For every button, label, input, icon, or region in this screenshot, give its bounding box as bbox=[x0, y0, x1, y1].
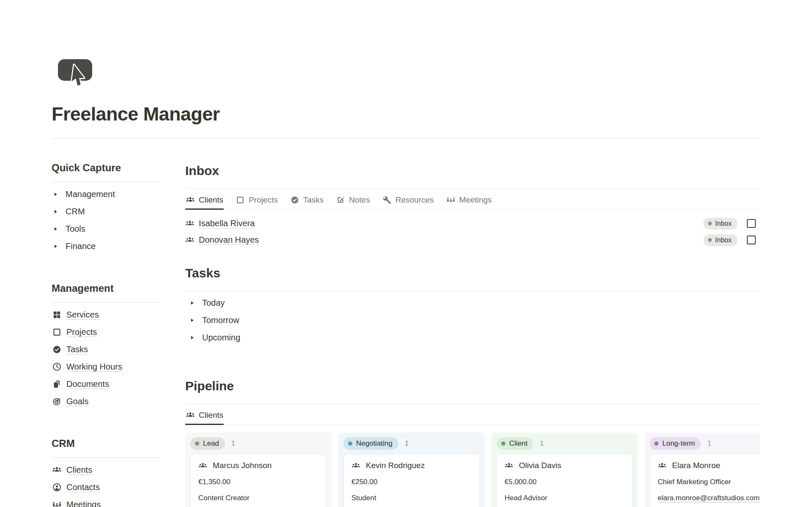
sidebar-item[interactable]: Services bbox=[52, 306, 161, 323]
inbox-tab[interactable]: Tasks bbox=[290, 189, 324, 210]
sidebar-item-label: Goals bbox=[66, 397, 88, 406]
client-name-link[interactable]: Isabella Rivera bbox=[199, 219, 255, 228]
pipeline-card[interactable]: Kevin Rodriguez €250.00Student bbox=[343, 454, 480, 507]
goals-target-icon bbox=[52, 397, 62, 406]
services-grid-icon bbox=[52, 310, 62, 320]
tab-label: Notes bbox=[349, 195, 370, 205]
inbox-list-row[interactable]: Donovan Hayes Inbox bbox=[185, 232, 760, 248]
sidebar-item[interactable]: Projects bbox=[52, 323, 161, 341]
triangle-right-icon bbox=[53, 209, 58, 214]
sidebar-item[interactable]: Management bbox=[52, 186, 161, 203]
triangle-right-icon bbox=[189, 318, 195, 323]
sidebar-item-label: Documents bbox=[66, 379, 109, 389]
tasks-heading: Tasks bbox=[185, 266, 760, 281]
sidebar-item[interactable]: Goals bbox=[52, 393, 161, 410]
pipeline-heading: Pipeline bbox=[185, 378, 760, 394]
sidebar-item[interactable]: Tools bbox=[52, 220, 161, 238]
column-status-pill: Client bbox=[497, 437, 533, 450]
task-groups: Today Tomorrow Upcoming bbox=[185, 291, 760, 346]
inbox-rows: Isabella Rivera Inbox Donovan Hayes bbox=[185, 210, 760, 248]
card-fields: €1,350.00Content Creator bbox=[198, 477, 318, 503]
triangle-right-icon bbox=[53, 192, 58, 197]
inbox-heading: Inbox bbox=[185, 163, 760, 178]
pipeline-card[interactable]: Marcus Johnson €1,350.00Content Creator bbox=[190, 454, 326, 507]
status-tag: Inbox bbox=[703, 234, 738, 246]
column-status-label: Lead bbox=[203, 439, 219, 448]
status-dot-icon bbox=[501, 441, 505, 446]
task-group-toggle[interactable]: Tomorrow bbox=[185, 312, 760, 329]
column-status-label: Long-term bbox=[662, 439, 695, 448]
sidebar-item-label: CRM bbox=[66, 207, 85, 217]
row-checkbox[interactable] bbox=[747, 236, 756, 244]
card-field: €250.00 bbox=[351, 477, 472, 487]
pipeline-board: Lead 1 Marcus Johnson €1,350.00Conte bbox=[185, 433, 760, 507]
card-field: Student bbox=[351, 493, 472, 503]
page-content: Quick Capture Management CRM Tools bbox=[0, 139, 812, 507]
contact-icon bbox=[52, 482, 62, 492]
sidebar-section: Quick Capture Management CRM Tools bbox=[52, 162, 161, 255]
task-group-label: Today bbox=[202, 298, 225, 308]
inbox-tab[interactable]: Notes bbox=[335, 189, 370, 210]
column-count: 1 bbox=[405, 439, 409, 448]
sidebar-item-label: Projects bbox=[66, 327, 97, 337]
inbox-tab[interactable]: Meetings bbox=[446, 189, 492, 210]
pipeline-column-header: Lead 1 bbox=[190, 437, 326, 450]
card-field[interactable]: elara.monroe@craftstudios.com bbox=[658, 493, 760, 503]
sidebar-section-divider bbox=[52, 182, 161, 182]
tab-label: Meetings bbox=[459, 195, 492, 205]
sidebar-item[interactable]: Documents bbox=[52, 375, 161, 393]
inbox-section: Inbox Clients Projects Tasks Notes bbox=[185, 163, 760, 248]
card-field: Head Advisor bbox=[505, 493, 625, 503]
inbox-tab[interactable]: Projects bbox=[235, 189, 278, 210]
status-dot-icon bbox=[654, 441, 658, 446]
sidebar-item[interactable]: CRM bbox=[52, 203, 161, 220]
sidebar-item-label: Contacts bbox=[66, 482, 100, 492]
check-circle-icon bbox=[290, 195, 299, 205]
column-count: 1 bbox=[540, 439, 543, 448]
check-circle-icon bbox=[52, 345, 62, 354]
sidebar-item[interactable]: Clients bbox=[52, 461, 161, 479]
task-group-toggle[interactable]: Today bbox=[185, 294, 760, 312]
pipeline-tab[interactable]: Clients bbox=[185, 404, 224, 425]
task-group-toggle[interactable]: Upcoming bbox=[185, 329, 760, 346]
sidebar-section-divider bbox=[52, 458, 161, 458]
main-content: Inbox Clients Projects Tasks Notes bbox=[185, 139, 760, 507]
sidebar: Quick Capture Management CRM Tools bbox=[52, 139, 161, 507]
page-title: Freelance Manager bbox=[52, 103, 812, 125]
pipeline-column-header: Negotiating 1 bbox=[343, 437, 480, 450]
sidebar-item[interactable]: Working Hours bbox=[52, 358, 161, 375]
inbox-list-row[interactable]: Isabella Rivera Inbox bbox=[185, 215, 760, 232]
sidebar-section-heading: Management bbox=[52, 282, 161, 295]
tab-label: Resources bbox=[395, 195, 434, 205]
people-icon bbox=[52, 465, 62, 475]
inbox-tab[interactable]: Clients bbox=[185, 189, 224, 210]
sidebar-item[interactable]: Tasks bbox=[52, 341, 161, 358]
pipeline-tabs: Clients bbox=[185, 404, 760, 425]
pipeline-card[interactable]: Elara Monroe Chief Marketing Officerelar… bbox=[650, 454, 760, 507]
pipeline-card[interactable]: Olivia Davis €5,000.00Head Advisor bbox=[497, 454, 633, 507]
sidebar-item[interactable]: Meetings bbox=[52, 496, 161, 507]
card-fields: Chief Marketing Officerelara.monroe@craf… bbox=[658, 477, 760, 503]
people-icon bbox=[185, 219, 195, 228]
sidebar-section-heading: Quick Capture bbox=[52, 162, 161, 174]
sidebar-item-label: Working Hours bbox=[66, 362, 122, 372]
inbox-tab[interactable]: Resources bbox=[382, 189, 434, 210]
sidebar-item[interactable]: Contacts bbox=[52, 479, 161, 496]
card-title-row[interactable]: Olivia Davis bbox=[505, 460, 625, 471]
card-client-name[interactable]: Elara Monroe bbox=[672, 460, 720, 471]
cursor-click-icon[interactable] bbox=[57, 58, 94, 92]
card-client-name[interactable]: Kevin Rodriguez bbox=[366, 460, 425, 471]
people-icon bbox=[505, 461, 513, 470]
triangle-right-icon bbox=[53, 244, 58, 249]
card-title-row[interactable]: Marcus Johnson bbox=[198, 460, 318, 471]
card-client-name[interactable]: Olivia Davis bbox=[519, 460, 561, 471]
row-checkbox[interactable] bbox=[747, 219, 756, 228]
card-title-row[interactable]: Elara Monroe bbox=[658, 460, 760, 471]
card-client-name[interactable]: Marcus Johnson bbox=[213, 460, 272, 471]
documents-icon bbox=[52, 379, 62, 389]
card-title-row[interactable]: Kevin Rodriguez bbox=[351, 460, 472, 471]
card-field: Content Creator bbox=[198, 493, 318, 503]
sidebar-item[interactable]: Finance bbox=[52, 238, 161, 255]
client-name-link[interactable]: Donovan Hayes bbox=[199, 235, 259, 245]
inbox-tabs: Clients Projects Tasks Notes Resources bbox=[185, 189, 760, 210]
